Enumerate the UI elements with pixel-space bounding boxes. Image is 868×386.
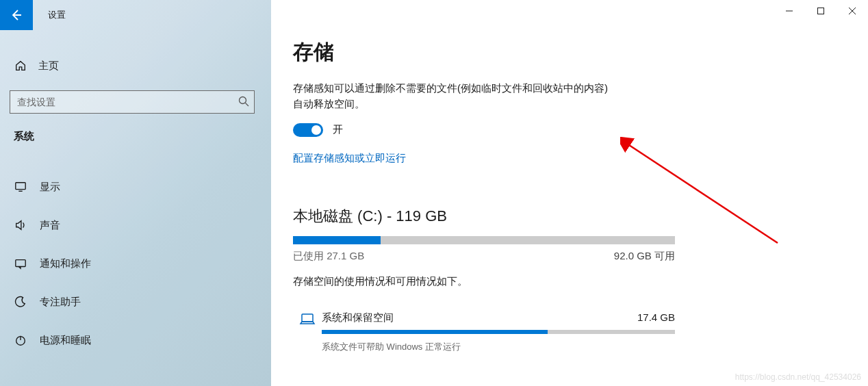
app-title: 设置 bbox=[48, 9, 66, 21]
disk-title: 本地磁盘 (C:) - 119 GB bbox=[293, 206, 846, 227]
power-icon bbox=[14, 334, 27, 346]
nav-item-label: 电源和睡眠 bbox=[40, 334, 91, 347]
nav-item-power[interactable]: 电源和睡眠 bbox=[0, 321, 271, 359]
maximize-button[interactable] bbox=[805, 0, 837, 22]
page-title: 存储 bbox=[293, 38, 846, 66]
notification-icon bbox=[14, 257, 27, 270]
close-icon bbox=[849, 8, 856, 14]
svg-rect-2 bbox=[16, 183, 25, 190]
toggle-state-label: 开 bbox=[333, 123, 343, 136]
maximize-icon bbox=[817, 8, 824, 14]
arrow-left-icon bbox=[10, 8, 23, 22]
svg-rect-11 bbox=[302, 314, 313, 322]
storage-sense-description: 存储感知可以通过删除不需要的文件(例如临时文件和回收站中的内容) 自动释放空间。 bbox=[293, 80, 676, 112]
nav-home-label: 主页 bbox=[38, 60, 59, 73]
nav-item-notifications[interactable]: 通知和操作 bbox=[0, 244, 271, 283]
laptop-icon bbox=[293, 313, 322, 326]
nav-item-label: 显示 bbox=[40, 181, 60, 194]
close-button[interactable] bbox=[837, 0, 868, 22]
search-input[interactable] bbox=[10, 90, 255, 114]
category-name: 系统和保留空间 bbox=[322, 311, 394, 324]
minimize-button[interactable] bbox=[774, 0, 805, 22]
disk-usage-bar-fill bbox=[293, 236, 381, 244]
category-bar bbox=[322, 330, 675, 334]
search-icon bbox=[238, 96, 249, 107]
disk-note: 存储空间的使用情况和可用情况如下。 bbox=[293, 275, 846, 288]
moon-icon bbox=[14, 296, 27, 308]
svg-point-0 bbox=[240, 97, 246, 104]
svg-rect-8 bbox=[818, 8, 824, 14]
category-bar-fill bbox=[322, 330, 548, 334]
configure-storage-sense-link[interactable]: 配置存储感知或立即运行 bbox=[293, 152, 406, 165]
storage-sense-toggle[interactable] bbox=[293, 123, 323, 137]
nav-item-label: 通知和操作 bbox=[40, 257, 91, 270]
svg-rect-4 bbox=[16, 260, 25, 267]
monitor-icon bbox=[14, 181, 27, 193]
nav-item-focus[interactable]: 专注助手 bbox=[0, 283, 271, 321]
disk-usage-bar bbox=[293, 236, 675, 244]
back-button[interactable] bbox=[0, 0, 33, 30]
disk-used-text: 已使用 27.1 GB bbox=[293, 250, 364, 263]
category-description: 系统文件可帮助 Windows 正常运行 bbox=[322, 341, 675, 353]
nav-item-display[interactable]: 显示 bbox=[0, 168, 271, 206]
watermark: https://blog.csdn.net/qq_42534026 bbox=[735, 372, 861, 382]
category-header: 系统 bbox=[0, 114, 271, 153]
svg-line-1 bbox=[246, 103, 249, 107]
category-size: 17.4 GB bbox=[637, 311, 675, 324]
storage-category-system[interactable]: 系统和保留空间 17.4 GB 系统文件可帮助 Windows 正常运行 bbox=[293, 311, 675, 353]
nav-item-label: 声音 bbox=[40, 219, 60, 232]
nav-item-label: 专注助手 bbox=[40, 296, 81, 309]
nav-home[interactable]: 主页 bbox=[0, 51, 271, 81]
home-icon bbox=[14, 60, 27, 72]
minimize-icon bbox=[786, 8, 793, 14]
nav-item-sound[interactable]: 声音 bbox=[0, 206, 271, 244]
svg-line-12 bbox=[627, 144, 778, 243]
speaker-icon bbox=[14, 219, 27, 231]
disk-free-text: 92.0 GB 可用 bbox=[614, 250, 675, 263]
